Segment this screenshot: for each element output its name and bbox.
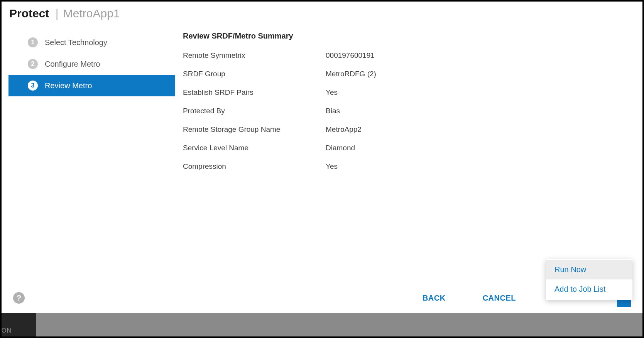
summary-value: Diamond (326, 144, 642, 152)
summary-row-protected-by: Protected By Bias (183, 107, 642, 115)
summary-label: Compression (183, 162, 326, 171)
dropdown-item-add-to-job-list[interactable]: Add to Job List (546, 279, 632, 299)
summary-value: MetroApp2 (326, 125, 642, 134)
backdrop-bar: ON (2, 311, 642, 336)
summary-value: MetroRDFG (2) (326, 70, 642, 78)
cancel-button[interactable]: CANCEL (476, 291, 523, 306)
summary-row-service-level-name: Service Level Name Diamond (183, 144, 642, 152)
step-label: Select Technology (45, 38, 107, 47)
summary-label: Establish SRDF Pairs (183, 88, 326, 97)
summary-row-remote-storage-group-name: Remote Storage Group Name MetroApp2 (183, 125, 642, 134)
summary-panel: Review SRDF/Metro Summary Remote Symmetr… (175, 32, 642, 283)
summary-label: SRDF Group (183, 70, 326, 78)
summary-row-srdf-group: SRDF Group MetroRDFG (2) (183, 70, 642, 78)
step-label: Review Metro (45, 81, 92, 90)
summary-label: Remote Symmetrix (183, 51, 326, 60)
summary-label: Service Level Name (183, 144, 326, 152)
step-number-badge: 1 (28, 37, 38, 47)
wizard-step-select-technology[interactable]: 1 Select Technology (8, 32, 175, 53)
protect-wizard-dialog: Protect | MetroApp1 1 Select Technology … (2, 2, 642, 313)
step-number-badge: 2 (28, 59, 38, 69)
wizard-step-review-metro[interactable]: 3 Review Metro (8, 75, 175, 96)
back-button[interactable]: BACK (416, 291, 453, 306)
dialog-body: 1 Select Technology 2 Configure Metro 3 … (2, 24, 642, 283)
dialog-title: Protect (9, 7, 49, 20)
summary-title: Review SRDF/Metro Summary (183, 32, 642, 40)
summary-value: Bias (326, 107, 642, 115)
summary-label: Remote Storage Group Name (183, 125, 326, 134)
dialog-subtitle: MetroApp1 (63, 7, 120, 20)
summary-row-establish-srdf-pairs: Establish SRDF Pairs Yes (183, 88, 642, 97)
run-dropdown-menu: Run Now Add to Job List (546, 259, 632, 300)
summary-row-compression: Compression Yes (183, 162, 642, 171)
summary-value: 000197600191 (326, 51, 642, 60)
help-glyph: ? (17, 294, 21, 303)
backdrop-partial-text: ON (2, 327, 12, 334)
wizard-step-list: 1 Select Technology 2 Configure Metro 3 … (2, 32, 175, 283)
dialog-title-separator: | (56, 7, 59, 20)
summary-row-remote-symmetrix: Remote Symmetrix 000197600191 (183, 51, 642, 60)
step-label: Configure Metro (45, 60, 100, 69)
app-frame: ON Protect | MetroApp1 1 Select Technolo… (0, 0, 644, 338)
dialog-footer: ? BACK CANCEL Run Now Add to Job List (2, 283, 642, 313)
dropdown-item-run-now[interactable]: Run Now (546, 260, 632, 279)
wizard-step-configure-metro[interactable]: 2 Configure Metro (8, 53, 175, 75)
summary-value: Yes (326, 162, 642, 171)
help-icon[interactable]: ? (13, 292, 25, 304)
summary-value: Yes (326, 88, 642, 97)
dialog-header: Protect | MetroApp1 (2, 2, 642, 24)
summary-label: Protected By (183, 107, 326, 115)
step-number-badge: 3 (28, 81, 38, 91)
